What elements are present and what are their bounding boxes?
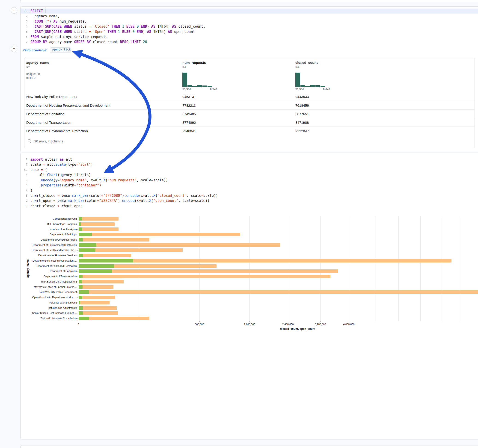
- y-axis-label: Operations Unit - Department of Hom…: [24, 296, 77, 299]
- table-row[interactable]: Department of Housing Preservation and D…: [25, 101, 475, 110]
- bar-closed-count: [79, 233, 240, 236]
- table-row[interactable]: Department of Environmental Protection22…: [25, 126, 475, 135]
- bar-closed-count: [79, 217, 119, 221]
- y-axis-label: Department of Homeless Services: [24, 254, 77, 257]
- y-axis-label: Department of Health and Mental Hyg…: [24, 249, 77, 251]
- y-axis-title: agency_name: [26, 245, 30, 292]
- bar-closed-count: [79, 238, 149, 242]
- bar-closed-count: [79, 275, 330, 278]
- x-tick: [349, 321, 349, 322]
- bar-closed-count: [79, 285, 113, 289]
- bar-open-count: [79, 296, 82, 299]
- bar-open-count: [79, 249, 95, 252]
- code-line[interactable]: 7GROUP BY agency_name ORDER BY closed_co…: [20, 39, 478, 44]
- bar-open-count: [79, 238, 83, 242]
- histogram-range: 53,3049.4e6: [295, 88, 330, 91]
- gridline: [441, 216, 441, 321]
- bar-closed-count: [79, 222, 115, 226]
- y-axis-label: DHS Advantage Programs: [24, 223, 77, 225]
- y-axis-label: Personal Exemption Unit: [24, 301, 77, 304]
- gridline: [375, 216, 375, 321]
- y-axis-label: Department for the Aging: [24, 228, 77, 230]
- y-tick: [77, 303, 78, 303]
- line-number: 2: [20, 14, 27, 19]
- table-row[interactable]: New York City Police Department945313194…: [25, 92, 475, 101]
- output-variable-chip[interactable]: agency_tickets: [50, 48, 71, 53]
- x-axis-label: 800,000: [186, 323, 213, 326]
- y-axis-label: Mayorâ€ s Office of Special Enforce…: [24, 286, 77, 288]
- x-axis-label: 1,600,000: [236, 323, 263, 326]
- output-variable-row: Output variable:agency_tickets: [23, 48, 71, 53]
- x-tick: [320, 321, 321, 322]
- bar-open-count: [79, 264, 114, 268]
- table-row[interactable]: Department of Transportation377489234719…: [25, 118, 475, 127]
- bar-open-count: [79, 222, 81, 226]
- fold-chevron-icon[interactable]: ⌄: [26, 10, 27, 12]
- line-number: 6: [20, 34, 27, 39]
- code-line[interactable]: 4 CAST(SUM(CASE WHEN status = 'Closed' T…: [20, 24, 478, 29]
- y-axis-label: Department of Consumer Affairs: [24, 238, 77, 241]
- sql-code-editor[interactable]: 1⌄SELECT 2 agency_name,3 COUNT(*) AS num…: [20, 8, 478, 45]
- y-tick: [77, 250, 78, 250]
- add-cell-button[interactable]: +: [11, 7, 17, 14]
- x-axis-label: 3,200,000: [307, 323, 334, 326]
- bar-closed-count: [79, 311, 118, 315]
- column-header-agency_name[interactable]: agency_namestrunique: 20nulls: 0: [26, 61, 49, 80]
- y-tick: [77, 313, 78, 313]
- line-number: 5: [20, 29, 27, 34]
- code-line[interactable]: 3 COUNT(*) AS num_requests,: [20, 19, 478, 24]
- x-tick: [250, 321, 250, 322]
- column-header-closed_count[interactable]: closed_counti6453,3049.4e6: [295, 61, 318, 69]
- line-number: 7: [20, 39, 27, 44]
- bar-closed-count: [79, 280, 124, 283]
- y-tick: [77, 224, 78, 224]
- y-tick: [77, 235, 78, 235]
- bar-chart: closed_count, open_count agency_name Cor…: [20, 153, 478, 439]
- y-tick: [77, 318, 78, 319]
- y-tick: [77, 298, 78, 298]
- bar-closed-count: [79, 227, 119, 231]
- bar-open-count: [79, 311, 83, 315]
- python-cell: 1import altair as alt2scale = alt.Scale(…: [20, 153, 478, 440]
- column-stat: nulls: 0: [26, 76, 49, 80]
- output-variable-label: Output variable:: [23, 48, 47, 52]
- table-row[interactable]: Department of Sanitation37494853677651: [25, 109, 475, 118]
- search-icon[interactable]: [27, 139, 31, 143]
- gridline: [320, 216, 321, 321]
- x-axis-label: 2,400,000: [274, 323, 302, 326]
- column-histogram: [295, 73, 330, 87]
- y-tick: [77, 282, 78, 282]
- bar-closed-count: [79, 243, 280, 247]
- code-line[interactable]: 5 CAST(SUM(CASE WHEN status = 'Open' THE…: [20, 29, 478, 34]
- bar-open-count: [79, 280, 82, 283]
- column-stat: unique: 20: [26, 72, 49, 76]
- histogram-range: 53,3049.5e6: [182, 88, 217, 91]
- bar-closed-count: [79, 296, 115, 299]
- code-line[interactable]: 2 agency_name,: [20, 14, 478, 19]
- y-axis-label: Department of Transportation: [24, 275, 77, 278]
- line-number: 3: [20, 19, 27, 24]
- bar-closed-count: [79, 259, 452, 262]
- y-axis-label: Department of Sanitation: [24, 270, 77, 272]
- bar-open-count: [79, 317, 89, 320]
- y-axis-label: New York City Police Department: [24, 291, 77, 293]
- column-histogram: [182, 73, 217, 87]
- code-line[interactable]: 6FROM sample_data.nyc.service_requests: [20, 34, 478, 39]
- next-cell-edge: [20, 445, 478, 448]
- y-axis-label: Department of Environmental Protection: [24, 244, 77, 246]
- y-tick: [77, 287, 78, 287]
- bar-open-count: [79, 301, 80, 305]
- notebook-page: + + 1⌄SELECT 2 agency_name,3 COUNT(*) AS…: [0, 0, 478, 448]
- bar-closed-count: [79, 306, 117, 310]
- y-axis-label: Senior Citizen Rent Increase Exempti…: [24, 311, 77, 314]
- gridline: [288, 216, 288, 321]
- bar-open-count: [79, 227, 82, 231]
- bar-open-count: [79, 254, 83, 257]
- y-axis-label: Department of Buildings: [24, 233, 77, 236]
- column-header-num_requests[interactable]: num_requestsi6453,3049.5e6: [182, 61, 206, 69]
- y-axis-label: Department of Parks and Recreation: [24, 265, 77, 267]
- y-tick: [77, 261, 78, 261]
- add-cell-button[interactable]: +: [11, 46, 17, 52]
- code-line[interactable]: 1⌄SELECT: [20, 8, 478, 14]
- table-footer: 20 rows, 4 columns: [25, 135, 475, 148]
